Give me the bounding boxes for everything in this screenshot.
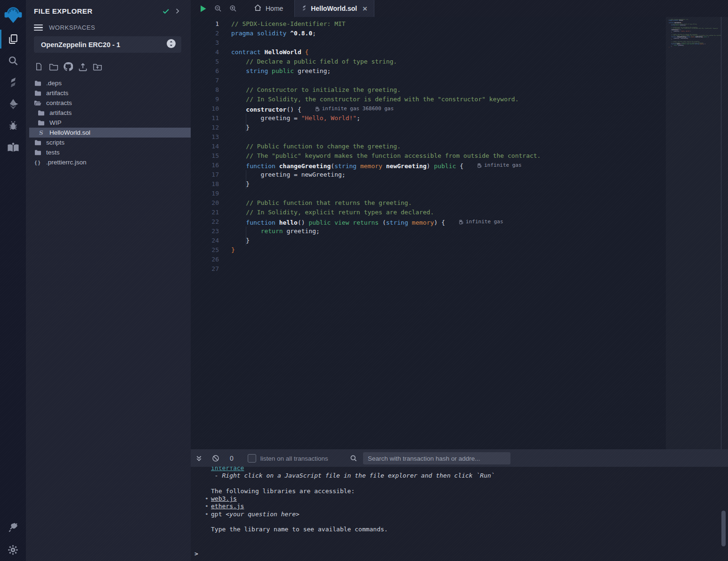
code-line-26 [231,255,728,264]
deploy-run-icon[interactable] [0,93,26,115]
code-line-1: // SPDX-License-Identifier: MIT [231,19,728,29]
minimap-code: // SPDX-License-Identifier: MITpragma so… [669,19,720,50]
bullet: • [205,503,211,510]
editor-tabbar: Home HelloWorld.sol × [191,0,728,17]
chevron-right-icon[interactable] [171,6,183,16]
code-line-25: } [231,245,728,255]
workspaces-label: WORKSPACES [49,24,95,31]
main-column: Home HelloWorld.sol × 123456789101112131… [191,0,728,561]
json-icon: { } [34,159,41,166]
code-line-2: pragma solidity ^0.8.0; [231,29,728,38]
workspace-switch-icon[interactable] [166,39,176,50]
code-line-3 [231,38,728,48]
workspaces-menu-icon[interactable] [34,24,43,31]
tree-item-tests[interactable]: tests [26,147,191,157]
github-icon[interactable] [63,62,73,72]
new-folder-icon[interactable] [49,62,58,72]
code-line-15: // The "public" keyword makes the functi… [231,151,728,161]
tab-label: HelloWorld.sol [311,5,357,12]
learneth-icon[interactable] [0,137,26,158]
code-line-16: function changeGreeting(string memory ne… [231,161,728,170]
code-line-5: // Declare a public field of type string… [231,57,728,66]
folder-icon [37,119,45,127]
accept-check-icon[interactable] [160,6,171,16]
bullet: • [205,495,211,503]
tab-helloworld-sol[interactable]: HelloWorld.sol × [294,0,374,17]
line-number-gutter: 1234567891011121314151617181920212223242… [191,19,222,449]
tree-item-artifacts[interactable]: artifacts [26,88,191,98]
folder-open-icon [34,99,41,107]
plugin-manager-icon[interactable] [0,516,26,538]
code-line-22: function hello() public view returns (st… [231,217,728,227]
settings-icon[interactable] [0,538,26,561]
tree-item-deps[interactable]: .deps [26,78,191,88]
code-line-14: // Public function to change the greetin… [231,142,728,151]
terminal-toolbar: 0 listen on all transactions [191,450,728,467]
file-explorer-icon[interactable] [0,28,26,50]
search-icon[interactable] [0,50,26,72]
tree-item-wip[interactable]: WIP [26,118,191,128]
debugger-icon[interactable] [0,115,26,137]
gas-estimate: infinite gas [459,217,503,227]
file-explorer-panel: FILE EXPLORER WORKSPACES OpenZeppelin ER… [26,0,191,561]
tree-item-scripts[interactable]: scripts [26,138,191,147]
home-icon [254,4,262,13]
code-line-27 [231,264,728,274]
tree-item-artifacts[interactable]: artifacts [26,108,191,118]
tab-label: Home [266,5,283,12]
code-line-9: // In Solidity, the constructor is defin… [231,95,728,104]
folder-icon [34,139,41,146]
terminal-prompt: > [194,550,198,557]
solidity-file-icon [301,5,307,13]
code-line-10: constructor() {infinite gas 368600 gas [231,104,728,114]
minimap[interactable]: // SPDX-License-Identifier: MITpragma so… [666,17,728,449]
remix-logo[interactable] [0,1,26,28]
tree-item-contracts[interactable]: contracts [26,98,191,108]
folder-icon [34,89,41,97]
tree-item-prettierrc-json[interactable]: { }.prettierrc.json [26,157,191,167]
terminal-scrollbar[interactable] [721,511,726,546]
terminal-link-ethers-js[interactable]: ethers.js [211,503,244,510]
listen-checkbox[interactable] [248,454,256,463]
code-line-4: contract HelloWorld { [231,48,728,57]
run-icon[interactable] [195,0,210,17]
terminal-link-interface[interactable]: interface [211,467,244,472]
close-icon[interactable]: × [363,5,367,13]
solidity-icon: S [37,129,45,137]
terminal-link-web3-js[interactable]: web3.js [211,495,237,502]
listen-label: listen on all transactions [260,455,328,462]
code-area[interactable]: 1234567891011121314151617181920212223242… [191,17,728,449]
folder-icon [37,109,45,117]
upload-folder-icon[interactable] [92,62,102,72]
code-line-23: return greeting; [231,227,728,236]
code-line-21: // In Solidity, explicit return types ar… [231,208,728,217]
code-line-18: } [231,179,728,189]
upload-file-icon[interactable] [78,62,88,72]
gas-estimate: infinite gas [477,161,521,170]
workspace-selected: OpenZeppelin ERC20 - 1 [41,41,166,49]
code-line-17: greeting = newGreeting; [231,170,728,179]
zoom-in-icon[interactable] [226,0,241,17]
code-line-19 [231,189,728,198]
gas-estimate: infinite gas 368600 gas [315,104,394,114]
new-file-icon[interactable] [34,62,44,72]
terminal-search-input[interactable] [363,452,510,464]
terminal-output[interactable]: interface - Right click on a JavaScript … [191,467,728,561]
code-lines: // SPDX-License-Identifier: MITpragma so… [222,19,728,449]
zoom-out-icon[interactable] [210,0,226,17]
code-line-20: // Public function that returns the gree… [231,198,728,208]
collapse-icon[interactable] [195,455,202,462]
code-line-11: greeting = "Hello, World!"; [231,114,728,123]
code-line-13 [231,132,728,142]
solidity-compiler-icon[interactable] [0,72,26,93]
workspace-select[interactable]: OpenZeppelin ERC20 - 1 [34,36,181,53]
code-line-6: string public greeting; [231,66,728,76]
file-tree: .depsartifactscontractsartifactsWIPSHell… [26,78,191,167]
file-toolbar [26,53,191,76]
code-line-12: } [231,123,728,132]
tab-home[interactable]: Home [247,0,290,17]
clear-icon[interactable] [212,455,219,462]
tree-item-helloworld-sol[interactable]: SHelloWorld.sol [29,128,191,138]
folder-icon [34,80,41,87]
transaction-count: 0 [230,455,234,462]
